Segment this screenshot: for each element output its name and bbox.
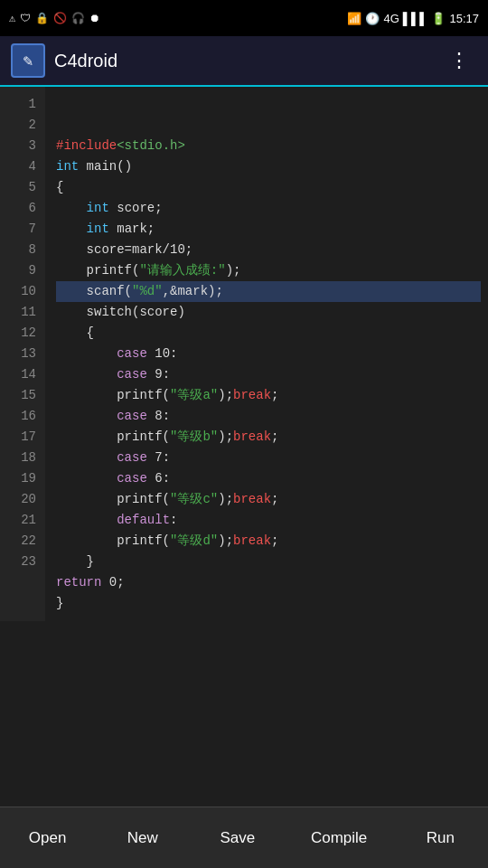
open-button[interactable]: Open [12, 820, 84, 856]
shield-icon: 🛡 [20, 12, 31, 25]
line-number: 3 [0, 136, 45, 156]
line-number: 1 [0, 94, 45, 115]
line-number: 22 [0, 531, 45, 552]
line-number: 9 [0, 260, 45, 281]
code-line: return 0; [56, 572, 481, 593]
code-line: case 6: [56, 468, 481, 489]
signal-bars: ▌▌▌ [403, 12, 428, 25]
status-right: 📶 🕐 4G ▌▌▌ 🔋 15:17 [347, 12, 479, 25]
line-number: 19 [0, 468, 45, 489]
code-line: } [56, 552, 481, 572]
code-line: } [56, 593, 481, 614]
code-content[interactable]: #include<stdio.h>int main(){ int score; … [45, 87, 488, 621]
line-number: 5 [0, 177, 45, 198]
code-line: default: [56, 510, 481, 531]
block-icon: 🚫 [53, 12, 67, 25]
warning-icon: ⚠ [9, 12, 15, 25]
line-number: 12 [0, 323, 45, 344]
line-number: 18 [0, 448, 45, 468]
editor-area[interactable]: 1234567891011121314151617181920212223 #i… [0, 87, 488, 807]
line-number: 14 [0, 364, 45, 385]
code-line: score=mark/10; [56, 240, 481, 260]
line-number: 23 [0, 552, 45, 572]
title-bar: ✎ C4droid ⋮ [0, 36, 488, 87]
new-button[interactable]: New [107, 820, 179, 856]
run-button[interactable]: Run [404, 820, 476, 856]
bottom-toolbar: OpenNewSaveCompileRun [0, 807, 488, 868]
status-icons-left: ⚠ 🛡 🔒 🚫 🎧 ⏺ [9, 12, 100, 25]
line-number: 15 [0, 385, 45, 406]
code-line: printf("等级c");break; [56, 489, 481, 510]
signal-icon: 📶 [347, 12, 361, 25]
code-line: scanf("%d",&mark); [56, 281, 481, 302]
save-button[interactable]: Save [202, 820, 274, 856]
line-number: 17 [0, 427, 45, 448]
code-line: case 7: [56, 448, 481, 468]
network-label: 4G [383, 12, 399, 25]
headset-icon: 🎧 [71, 12, 85, 25]
code-line: case 8: [56, 406, 481, 427]
line-numbers: 1234567891011121314151617181920212223 [0, 87, 45, 621]
code-line: printf("等级a");break; [56, 385, 481, 406]
record-icon: ⏺ [89, 12, 100, 25]
line-number: 7 [0, 219, 45, 240]
app-icon: ✎ [11, 43, 45, 78]
overflow-menu-button[interactable]: ⋮ [442, 45, 477, 77]
code-line: case 9: [56, 364, 481, 385]
line-number: 20 [0, 489, 45, 510]
line-number: 8 [0, 240, 45, 260]
app-icon-text: ✎ [23, 51, 33, 71]
line-number: 21 [0, 510, 45, 531]
code-line: { [56, 323, 481, 344]
code-line: case 10: [56, 344, 481, 364]
code-line: { [56, 177, 481, 198]
code-line: switch(score) [56, 302, 481, 323]
line-number: 11 [0, 302, 45, 323]
line-number: 10 [0, 281, 45, 302]
line-number: 4 [0, 156, 45, 177]
code-line: int mark; [56, 219, 481, 240]
lock-icon: 🔒 [35, 12, 49, 25]
code-line: printf("等级d");break; [56, 531, 481, 552]
code-container: 1234567891011121314151617181920212223 #i… [0, 87, 488, 621]
app-title: C4droid [54, 51, 442, 71]
line-number: 13 [0, 344, 45, 364]
code-line: int main() [56, 156, 481, 177]
time-label: 15:17 [449, 12, 479, 25]
line-number: 6 [0, 198, 45, 219]
code-line: int score; [56, 198, 481, 219]
code-line: printf("等级b");break; [56, 427, 481, 448]
compile-button[interactable]: Compile [296, 820, 381, 856]
battery-icon: 🔋 [431, 12, 446, 25]
code-line: #include<stdio.h> [56, 136, 481, 156]
status-bar: ⚠ 🛡 🔒 🚫 🎧 ⏺ 📶 🕐 4G ▌▌▌ 🔋 15:17 [0, 0, 488, 36]
line-number: 16 [0, 406, 45, 427]
code-line: printf("请输入成绩:"); [56, 260, 481, 281]
clock-icon: 🕐 [365, 12, 380, 25]
line-number: 2 [0, 115, 45, 136]
